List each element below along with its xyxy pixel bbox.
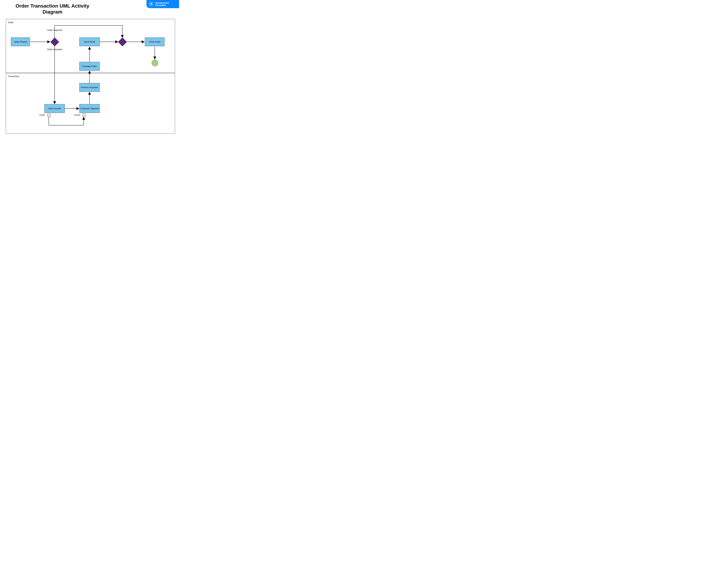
badge-text: Wondershare EdrawMax [155, 2, 169, 7]
badge-line2: EdrawMax [155, 4, 166, 6]
order-lane-label: Order [8, 21, 14, 24]
activity-send-order: Send Order [79, 37, 100, 46]
activity-process-payment: Process Payment [79, 83, 100, 92]
label-invoice-a: Ivoice [39, 113, 46, 116]
label-order-rejected: Order Rejected [47, 29, 63, 31]
activity-send-invoice: Send Invoice [44, 104, 65, 113]
edrawmax-icon [148, 1, 154, 7]
merge-order [118, 38, 126, 46]
decision-order [51, 38, 59, 46]
activity-package-order: Package Order [79, 62, 100, 71]
final-node [152, 60, 158, 66]
pin-invoice-out [47, 113, 51, 117]
pin-invoice-in [82, 113, 85, 117]
diagram-title: Order Transaction UML Activity Diagram [13, 3, 92, 15]
transaction-lane-label: Transaction [8, 75, 19, 77]
wondershare-badge: Wondershare EdrawMax [146, 0, 179, 8]
activity-customer-payment: Customer Payment [79, 104, 100, 113]
label-order-accepted: Order Accepted [47, 48, 63, 51]
activity-close-order: Close Order [145, 37, 164, 46]
activity-order-placed: Order Placed [11, 37, 30, 46]
diagram-canvas: Order Transaction UML Activity Diagram W… [0, 0, 179, 140]
label-invoice-b: Ivoice [73, 113, 81, 116]
badge-line1: Wondershare [155, 2, 169, 4]
transaction-lane [6, 73, 175, 133]
